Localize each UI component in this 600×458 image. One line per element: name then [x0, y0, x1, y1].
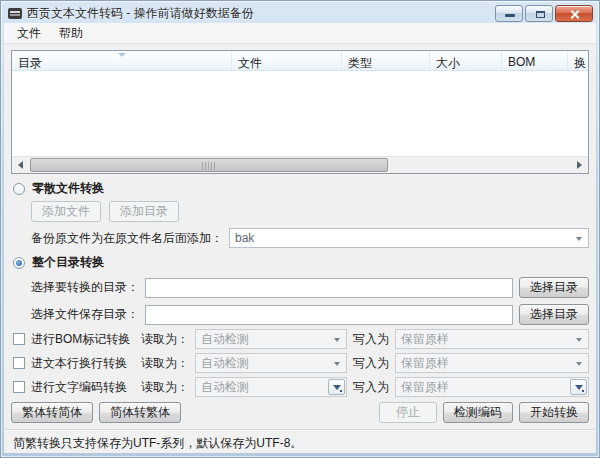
column-header-size[interactable]: 大小 — [430, 51, 502, 70]
minimize-button[interactable] — [495, 5, 523, 22]
menu-bar: 文件 帮助 — [4, 23, 596, 44]
simplified-to-traditional-button[interactable]: 简体转繁体 — [99, 402, 181, 423]
chevron-down-icon — [576, 338, 582, 342]
scroll-left-button[interactable] — [12, 157, 29, 173]
column-header-directory[interactable]: 目录 — [12, 51, 232, 70]
status-line-1: 简繁转换只支持保存为UTF-系列，默认保存为UTF-8。 — [13, 435, 587, 452]
menu-help[interactable]: 帮助 — [50, 23, 92, 45]
bom-option-row: 进行BOM标记转换 读取为： 自动检测 写入为 保留原样 — [13, 329, 589, 349]
scrollbar-thumb[interactable] — [30, 158, 388, 172]
scroll-right-icon — [577, 161, 582, 169]
whole-dir-mode-radio[interactable] — [13, 257, 25, 269]
encoding-read-combobox[interactable]: 自动检测 — [195, 377, 347, 397]
whole-dir-mode-row: 整个目录转换 — [13, 254, 589, 271]
app-icon[interactable] — [8, 8, 22, 19]
window-title: 西贡文本文件转码 - 操作前请做好数据备份 — [27, 5, 489, 22]
scatter-mode-radio[interactable] — [13, 183, 25, 195]
menu-file[interactable]: 文件 — [8, 23, 50, 45]
linebreak-read-combobox[interactable]: 自动检测 — [195, 353, 347, 373]
encoding-write-value: 保留原样 — [401, 379, 449, 396]
client-area: 文件 帮助 目录 文件 类型 大小 BOM 换 — [4, 23, 596, 453]
linebreak-write-label: 写入为 — [353, 355, 389, 372]
bom-write-value: 保留原样 — [401, 331, 449, 348]
backup-suffix-label: 备份原文件为在原文件名后面添加： — [31, 230, 223, 247]
encoding-write-label: 写入为 — [353, 379, 389, 396]
encoding-write-combobox[interactable]: 保留原样 — [395, 377, 589, 397]
scatter-mode-row: 零散文件转换 — [13, 180, 589, 197]
column-header-bom[interactable]: BOM — [502, 51, 568, 70]
choose-source-dir-button[interactable]: 选择目录 — [519, 277, 589, 298]
chevron-down-icon — [576, 237, 582, 241]
sort-indicator-icon — [118, 53, 126, 57]
column-header-type[interactable]: 类型 — [342, 51, 430, 70]
minimize-icon — [505, 14, 515, 17]
source-dir-input[interactable] — [145, 278, 513, 298]
add-buttons-row: 添加文件 添加目录 — [31, 201, 589, 222]
linebreak-convert-checkbox[interactable] — [13, 357, 25, 369]
save-dir-label: 选择文件保存目录： — [31, 306, 139, 323]
linebreak-option-row: 进文本行换行转换 读取为： 自动检测 写入为 保留原样 — [13, 353, 589, 373]
choose-save-dir-button[interactable]: 选择目录 — [519, 304, 589, 325]
backup-suffix-value: bak — [235, 231, 254, 245]
whole-dir-mode-label: 整个目录转换 — [32, 254, 104, 271]
encoding-option-row: 进行文字编码转换 读取为： 自动检测 写入为 保留原样 — [13, 377, 589, 397]
close-button[interactable] — [555, 5, 593, 22]
bom-convert-label: 进行BOM标记转换 — [31, 331, 135, 348]
source-dir-row: 选择要转换的目录： 选择目录 — [31, 277, 589, 298]
scroll-right-button[interactable] — [571, 157, 588, 173]
file-list: 目录 文件 类型 大小 BOM 换 — [11, 50, 589, 174]
backup-suffix-row: 备份原文件为在原文件名后面添加： bak — [31, 228, 589, 248]
start-convert-button[interactable]: 开始转换 — [519, 402, 589, 423]
app-window: 西贡文本文件转码 - 操作前请做好数据备份 文件 帮助 目录 文件 类型 大小 — [0, 0, 600, 458]
actions-row: 繁体转简体 简体转繁体 停止 检测编码 开始转换 — [11, 402, 589, 423]
title-bar[interactable]: 西贡文本文件转码 - 操作前请做好数据备份 — [1, 1, 599, 23]
linebreak-write-value: 保留原样 — [401, 355, 449, 372]
horizontal-scrollbar[interactable] — [12, 156, 588, 173]
dropdown-button-icon[interactable] — [570, 379, 587, 395]
encoding-convert-checkbox[interactable] — [13, 381, 25, 393]
content: 目录 文件 类型 大小 BOM 换 零散文件转换 — [4, 44, 596, 453]
encoding-read-label: 读取为： — [141, 379, 189, 396]
status-panel: 简繁转换只支持保存为UTF-系列，默认保存为UTF-8。 只有在UTF-8编码的… — [4, 429, 596, 453]
column-label: 目录 — [18, 56, 42, 70]
detect-encoding-button[interactable]: 检测编码 — [443, 402, 513, 423]
linebreak-convert-label: 进文本行换行转换 — [31, 355, 135, 372]
stop-button[interactable]: 停止 — [379, 402, 437, 423]
scatter-mode-label: 零散文件转换 — [32, 180, 104, 197]
close-icon — [570, 9, 580, 19]
linebreak-read-label: 读取为： — [141, 355, 189, 372]
bom-read-value: 自动检测 — [201, 331, 249, 348]
save-dir-input[interactable] — [145, 305, 513, 325]
dropdown-button-icon[interactable] — [328, 379, 345, 395]
chevron-down-icon — [334, 362, 340, 366]
encoding-read-value: 自动检测 — [201, 379, 249, 396]
maximize-button[interactable] — [525, 5, 553, 22]
chevron-down-icon — [334, 338, 340, 342]
column-header-linebreak[interactable]: 换 — [568, 51, 588, 70]
file-list-header: 目录 文件 类型 大小 BOM 换 — [12, 51, 588, 71]
bom-read-label: 读取为： — [141, 331, 189, 348]
chevron-down-icon — [576, 362, 582, 366]
source-dir-label: 选择要转换的目录： — [31, 279, 139, 296]
encoding-convert-label: 进行文字编码转换 — [31, 379, 135, 396]
bom-write-label: 写入为 — [353, 331, 389, 348]
maximize-icon — [536, 11, 545, 18]
window-controls — [495, 5, 593, 22]
add-file-button[interactable]: 添加文件 — [31, 201, 101, 222]
linebreak-write-combobox[interactable]: 保留原样 — [395, 353, 589, 373]
linebreak-read-value: 自动检测 — [201, 355, 249, 372]
add-directory-button[interactable]: 添加目录 — [109, 201, 179, 222]
scroll-left-icon — [18, 161, 23, 169]
bom-convert-checkbox[interactable] — [13, 333, 25, 345]
bom-write-combobox[interactable]: 保留原样 — [395, 329, 589, 349]
backup-suffix-combobox[interactable]: bak — [229, 228, 589, 248]
column-header-file[interactable]: 文件 — [232, 51, 342, 70]
bom-read-combobox[interactable]: 自动检测 — [195, 329, 347, 349]
file-list-body[interactable] — [12, 71, 588, 156]
traditional-to-simplified-button[interactable]: 繁体转简体 — [11, 402, 93, 423]
save-dir-row: 选择文件保存目录： 选择目录 — [31, 304, 589, 325]
